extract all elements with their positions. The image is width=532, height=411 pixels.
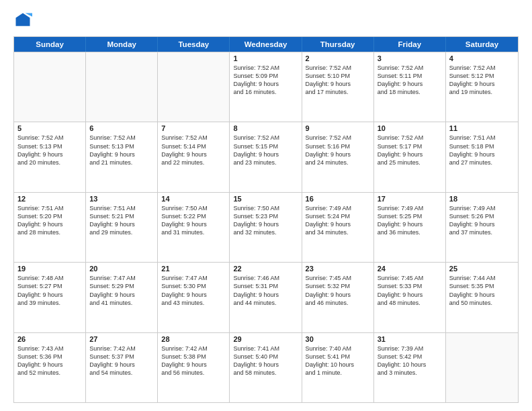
day-info: Sunrise: 7:52 AM Sunset: 5:11 PM Dayligh… — [378, 64, 442, 97]
day-info: Sunrise: 7:50 AM Sunset: 5:23 PM Dayligh… — [233, 204, 298, 237]
day-number: 29 — [233, 335, 298, 343]
day-number: 28 — [161, 335, 226, 343]
day-info: Sunrise: 7:47 AM Sunset: 5:30 PM Dayligh… — [161, 274, 226, 307]
day-number: 18 — [449, 195, 515, 203]
day-number: 5 — [17, 124, 82, 132]
calendar-day-17: 17Sunrise: 7:49 AM Sunset: 5:25 PM Dayli… — [374, 193, 446, 262]
day-info: Sunrise: 7:52 AM Sunset: 5:13 PM Dayligh… — [89, 134, 154, 167]
day-info: Sunrise: 7:42 AM Sunset: 5:37 PM Dayligh… — [89, 345, 154, 377]
calendar-day-8: 8Sunrise: 7:52 AM Sunset: 5:15 PM Daylig… — [230, 122, 302, 191]
day-number: 10 — [378, 124, 442, 132]
day-number: 26 — [17, 335, 82, 343]
calendar-day-26: 26Sunrise: 7:43 AM Sunset: 5:36 PM Dayli… — [14, 333, 86, 402]
calendar: SundayMondayTuesdayWednesdayThursdayFrid… — [13, 36, 519, 403]
day-header-monday: Monday — [86, 37, 158, 52]
calendar-day-18: 18Sunrise: 7:49 AM Sunset: 5:26 PM Dayli… — [446, 193, 518, 262]
day-info: Sunrise: 7:45 AM Sunset: 5:33 PM Dayligh… — [378, 274, 442, 307]
calendar-day-27: 27Sunrise: 7:42 AM Sunset: 5:37 PM Dayli… — [86, 333, 158, 402]
day-header-tuesday: Tuesday — [158, 37, 230, 52]
calendar-day-5: 5Sunrise: 7:52 AM Sunset: 5:13 PM Daylig… — [14, 122, 86, 191]
day-number: 24 — [378, 265, 442, 273]
calendar-header-row: SundayMondayTuesdayWednesdayThursdayFrid… — [14, 37, 518, 52]
calendar-day-empty — [158, 52, 230, 122]
day-number: 15 — [233, 195, 298, 203]
day-number: 13 — [89, 195, 154, 203]
day-number: 30 — [306, 335, 370, 343]
day-header-sunday: Sunday — [14, 37, 86, 52]
calendar-week-5: 26Sunrise: 7:43 AM Sunset: 5:36 PM Dayli… — [14, 332, 518, 402]
day-info: Sunrise: 7:52 AM Sunset: 5:17 PM Dayligh… — [378, 134, 442, 167]
calendar-day-23: 23Sunrise: 7:45 AM Sunset: 5:32 PM Dayli… — [302, 263, 374, 332]
calendar-day-11: 11Sunrise: 7:51 AM Sunset: 5:18 PM Dayli… — [446, 122, 518, 191]
day-number: 1 — [233, 54, 298, 62]
day-number: 6 — [89, 124, 154, 132]
day-info: Sunrise: 7:52 AM Sunset: 5:10 PM Dayligh… — [306, 64, 370, 97]
calendar-day-15: 15Sunrise: 7:50 AM Sunset: 5:23 PM Dayli… — [230, 193, 302, 262]
day-number: 22 — [233, 265, 298, 273]
day-header-saturday: Saturday — [446, 37, 518, 52]
calendar-day-7: 7Sunrise: 7:52 AM Sunset: 5:14 PM Daylig… — [158, 122, 230, 191]
day-info: Sunrise: 7:49 AM Sunset: 5:25 PM Dayligh… — [378, 204, 442, 237]
day-info: Sunrise: 7:42 AM Sunset: 5:38 PM Dayligh… — [161, 345, 226, 377]
day-number: 2 — [306, 54, 370, 62]
day-number: 27 — [89, 335, 154, 343]
day-info: Sunrise: 7:51 AM Sunset: 5:21 PM Dayligh… — [89, 204, 154, 237]
day-info: Sunrise: 7:40 AM Sunset: 5:41 PM Dayligh… — [306, 345, 370, 377]
day-number: 16 — [306, 195, 370, 203]
calendar-day-1: 1Sunrise: 7:52 AM Sunset: 5:09 PM Daylig… — [230, 52, 302, 122]
day-number: 4 — [449, 54, 515, 62]
day-number: 7 — [161, 124, 226, 132]
calendar-day-25: 25Sunrise: 7:44 AM Sunset: 5:35 PM Dayli… — [446, 263, 518, 332]
day-info: Sunrise: 7:41 AM Sunset: 5:40 PM Dayligh… — [233, 345, 298, 377]
calendar-day-empty — [14, 52, 86, 122]
calendar-week-2: 5Sunrise: 7:52 AM Sunset: 5:13 PM Daylig… — [14, 122, 518, 191]
day-number: 14 — [161, 195, 226, 203]
calendar-day-4: 4Sunrise: 7:52 AM Sunset: 5:12 PM Daylig… — [446, 52, 518, 122]
calendar-day-22: 22Sunrise: 7:46 AM Sunset: 5:31 PM Dayli… — [230, 263, 302, 332]
day-info: Sunrise: 7:52 AM Sunset: 5:16 PM Dayligh… — [306, 134, 370, 167]
day-number: 3 — [378, 54, 442, 62]
day-number: 25 — [449, 265, 515, 273]
day-header-friday: Friday — [374, 37, 446, 52]
calendar-day-24: 24Sunrise: 7:45 AM Sunset: 5:33 PM Dayli… — [374, 263, 446, 332]
header — [13, 11, 519, 30]
day-number: 12 — [17, 195, 82, 203]
calendar-day-30: 30Sunrise: 7:40 AM Sunset: 5:41 PM Dayli… — [302, 333, 374, 402]
calendar-day-29: 29Sunrise: 7:41 AM Sunset: 5:40 PM Dayli… — [230, 333, 302, 402]
calendar-week-1: 1Sunrise: 7:52 AM Sunset: 5:09 PM Daylig… — [14, 52, 518, 122]
calendar-day-21: 21Sunrise: 7:47 AM Sunset: 5:30 PM Dayli… — [158, 263, 230, 332]
calendar-day-2: 2Sunrise: 7:52 AM Sunset: 5:10 PM Daylig… — [302, 52, 374, 122]
day-number: 8 — [233, 124, 298, 132]
svg-marker-0 — [16, 13, 30, 26]
calendar-week-4: 19Sunrise: 7:48 AM Sunset: 5:27 PM Dayli… — [14, 262, 518, 332]
day-info: Sunrise: 7:49 AM Sunset: 5:26 PM Dayligh… — [449, 204, 515, 237]
day-info: Sunrise: 7:51 AM Sunset: 5:20 PM Dayligh… — [17, 204, 82, 237]
calendar-day-12: 12Sunrise: 7:51 AM Sunset: 5:20 PM Dayli… — [14, 193, 86, 262]
page: SundayMondayTuesdayWednesdayThursdayFrid… — [0, 0, 532, 411]
day-info: Sunrise: 7:52 AM Sunset: 5:09 PM Dayligh… — [233, 64, 298, 97]
calendar-day-9: 9Sunrise: 7:52 AM Sunset: 5:16 PM Daylig… — [302, 122, 374, 191]
day-info: Sunrise: 7:48 AM Sunset: 5:27 PM Dayligh… — [17, 274, 82, 307]
calendar-day-16: 16Sunrise: 7:49 AM Sunset: 5:24 PM Dayli… — [302, 193, 374, 262]
calendar-day-3: 3Sunrise: 7:52 AM Sunset: 5:11 PM Daylig… — [374, 52, 446, 122]
day-info: Sunrise: 7:51 AM Sunset: 5:18 PM Dayligh… — [449, 134, 515, 167]
day-number: 20 — [89, 265, 154, 273]
day-number: 21 — [161, 265, 226, 273]
day-header-wednesday: Wednesday — [230, 37, 302, 52]
calendar-day-10: 10Sunrise: 7:52 AM Sunset: 5:17 PM Dayli… — [374, 122, 446, 191]
logo — [13, 11, 35, 30]
calendar-day-19: 19Sunrise: 7:48 AM Sunset: 5:27 PM Dayli… — [14, 263, 86, 332]
day-info: Sunrise: 7:49 AM Sunset: 5:24 PM Dayligh… — [306, 204, 370, 237]
logo-icon — [13, 11, 32, 30]
day-info: Sunrise: 7:52 AM Sunset: 5:14 PM Dayligh… — [161, 134, 226, 167]
calendar-day-14: 14Sunrise: 7:50 AM Sunset: 5:22 PM Dayli… — [158, 193, 230, 262]
day-number: 11 — [449, 124, 515, 132]
day-info: Sunrise: 7:52 AM Sunset: 5:12 PM Dayligh… — [449, 64, 515, 97]
day-info: Sunrise: 7:39 AM Sunset: 5:42 PM Dayligh… — [378, 345, 442, 377]
day-number: 31 — [378, 335, 442, 343]
calendar-day-empty — [446, 333, 518, 402]
calendar-day-13: 13Sunrise: 7:51 AM Sunset: 5:21 PM Dayli… — [86, 193, 158, 262]
day-info: Sunrise: 7:44 AM Sunset: 5:35 PM Dayligh… — [449, 274, 515, 307]
day-info: Sunrise: 7:50 AM Sunset: 5:22 PM Dayligh… — [161, 204, 226, 237]
day-number: 9 — [306, 124, 370, 132]
